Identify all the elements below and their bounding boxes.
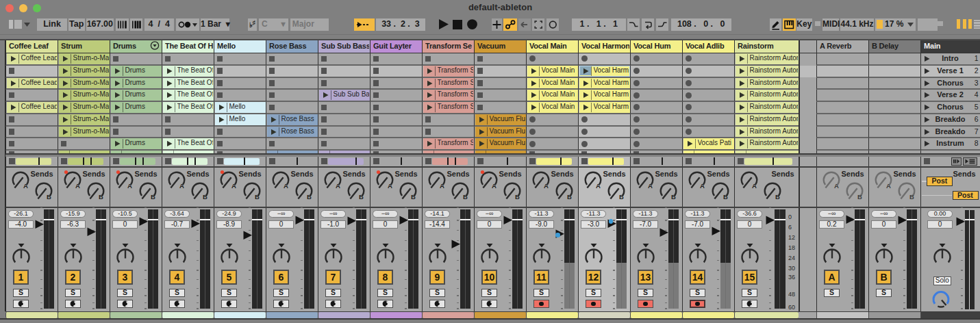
svg-text:A: A [492, 182, 497, 190]
svg-text:B: B [723, 193, 728, 201]
svg-text:B: B [909, 193, 914, 201]
svg-text:B: B [47, 193, 51, 201]
svg-text:B: B [203, 193, 208, 201]
svg-text:A: A [700, 182, 705, 190]
svg-text:A: A [127, 182, 132, 190]
svg-text:B: B [775, 193, 780, 201]
svg-text:B: B [359, 193, 364, 201]
svg-text:B: B [567, 193, 572, 201]
svg-text:B: B [99, 193, 103, 201]
svg-text:B: B [463, 193, 468, 201]
svg-text:A: A [23, 182, 28, 190]
svg-text:A: A [388, 182, 392, 190]
svg-text:A: A [648, 182, 653, 190]
svg-text:A: A [284, 182, 288, 190]
svg-text:B: B [515, 193, 520, 201]
svg-text:B: B [307, 193, 312, 201]
svg-text:B: B [255, 193, 260, 201]
svg-text:A: A [886, 182, 891, 190]
svg-text:A: A [75, 182, 80, 190]
svg-text:♯: ♯ [252, 19, 255, 26]
svg-text:B: B [857, 193, 862, 201]
svg-text:A: A [596, 182, 601, 190]
svg-text:A: A [179, 182, 184, 190]
svg-text:B: B [151, 193, 155, 201]
svg-text:A: A [752, 182, 757, 190]
svg-text:B: B [411, 193, 416, 201]
svg-text:B: B [619, 193, 624, 201]
svg-text:B: B [671, 193, 676, 201]
svg-text:A: A [231, 182, 236, 190]
svg-text:A: A [336, 182, 340, 190]
svg-text:A: A [544, 182, 549, 190]
svg-text:A: A [834, 182, 839, 190]
svg-text:A: A [440, 182, 444, 190]
